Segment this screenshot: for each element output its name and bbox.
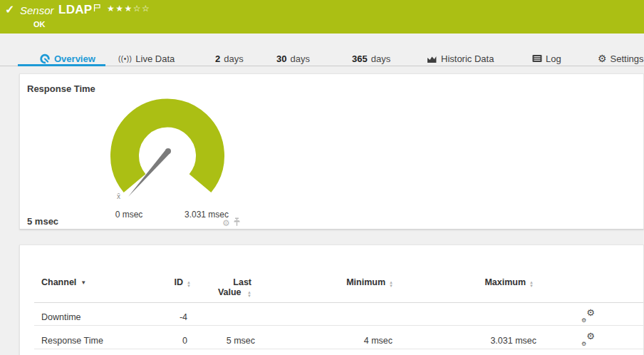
tab-label: Settings xyxy=(611,53,644,64)
tab-overview[interactable]: Overview xyxy=(39,51,95,66)
tab-label: Live Data xyxy=(135,53,175,64)
sensor-name: LDAP xyxy=(58,3,92,17)
pin-icon[interactable] xyxy=(233,217,241,230)
tab-365-days[interactable]: 365 days xyxy=(352,51,390,66)
panel-gear-icon[interactable]: ⚙ xyxy=(222,219,230,227)
cell-maximum: 3.031 msec xyxy=(451,336,536,346)
prtg-sensor-page: ✓ Sensor LDAP ★★★☆☆ OK Overview ((•)) Li… xyxy=(0,0,644,355)
area-chart-icon xyxy=(427,54,437,63)
sort-icon: ▲▼ xyxy=(389,281,393,288)
tab-label: Overview xyxy=(54,53,95,64)
tab-label: days xyxy=(290,53,309,64)
channel-settings-icon[interactable]: ⚙⚙ xyxy=(582,310,595,323)
priority-stars[interactable]: ★★★☆☆ xyxy=(107,4,150,14)
panel-title: Response Time xyxy=(27,83,95,94)
sensor-status-badge: OK xyxy=(33,20,46,29)
log-icon xyxy=(532,54,542,63)
tab-30-days[interactable]: 30 days xyxy=(276,51,310,66)
column-header-channel[interactable]: Channel▼ xyxy=(41,277,86,288)
cell-minimum: 4 msec xyxy=(307,336,393,346)
cell-last-value: 5 msec xyxy=(184,336,255,346)
current-value: 5 msec xyxy=(27,216,58,227)
channel-settings-icon[interactable]: ⚙⚙ xyxy=(582,334,595,346)
column-label: ID xyxy=(175,277,184,287)
tab-label: Log xyxy=(546,53,561,64)
gauge-min-label: 0 msec xyxy=(108,210,150,220)
tab-settings[interactable]: ⚙ Settings xyxy=(598,51,644,66)
row-divider xyxy=(34,349,643,349)
cell-channel: Downtime xyxy=(41,312,81,322)
cell-id: -4 xyxy=(116,312,187,322)
tab-historic-data[interactable]: Historic Data xyxy=(427,51,494,66)
tab-live-data[interactable]: ((•)) Live Data xyxy=(118,51,175,66)
column-header-id[interactable]: ID▲▼ xyxy=(120,277,191,288)
column-label: Maximum xyxy=(484,277,526,287)
column-label: Last Value xyxy=(218,277,251,297)
sort-icon: ▲▼ xyxy=(247,291,251,298)
header-divider xyxy=(34,302,643,303)
gauge-average-marker: x̄ xyxy=(117,192,120,200)
cell-channel: Response Time xyxy=(41,336,103,346)
column-label: Minimum xyxy=(346,277,385,287)
column-header-maximum[interactable]: Maximum▲▼ xyxy=(455,277,534,288)
gear-icon: ⚙ xyxy=(598,53,607,63)
sensor-header: ✓ Sensor LDAP ★★★☆☆ OK xyxy=(0,0,644,34)
tab-number: 365 xyxy=(352,53,368,64)
tab-2-days[interactable]: 2 days xyxy=(215,51,244,66)
tab-label: days xyxy=(224,53,243,64)
tab-label: days xyxy=(371,53,390,64)
row-divider xyxy=(34,325,643,326)
tab-label: Historic Data xyxy=(441,53,494,64)
tab-number: 30 xyxy=(276,53,286,64)
status-check-icon: ✓ xyxy=(5,3,14,16)
cell-id: 0 xyxy=(116,336,187,346)
gauge-icon xyxy=(39,53,51,64)
channels-table: Channel▼ ID▲▼ Last Value ▲▼ Minimum▲▼ Ma… xyxy=(19,245,644,355)
active-tab-underline xyxy=(18,64,105,66)
column-header-minimum[interactable]: Minimum▲▼ xyxy=(315,277,393,288)
sort-icon: ▲▼ xyxy=(187,281,191,288)
sort-icon: ▲▼ xyxy=(529,281,534,288)
tab-number: 2 xyxy=(215,53,220,64)
column-header-last-value[interactable]: Last Value ▲▼ xyxy=(212,277,251,298)
response-time-panel: Response Time x̄ 0 msec 3.031 msec 5 mse… xyxy=(19,73,644,230)
response-time-gauge xyxy=(100,90,243,215)
sort-desc-icon: ▼ xyxy=(80,279,86,286)
live-data-icon: ((•)) xyxy=(118,55,132,63)
tab-log[interactable]: Log xyxy=(532,51,561,66)
sensor-kind-label: Sensor xyxy=(20,4,54,16)
column-label: Channel xyxy=(41,277,76,287)
flag-icon xyxy=(93,2,102,15)
